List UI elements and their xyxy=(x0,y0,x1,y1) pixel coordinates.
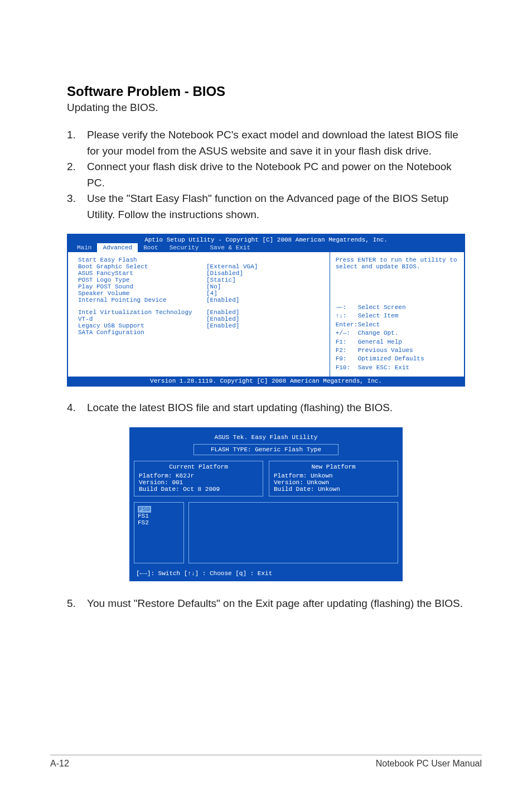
flash-footer-hints: [←→]: Switch [↑↓] : Choose [q] : Exit xyxy=(134,569,398,577)
bios-settings-panel: Start Easy Flash Boot Graphic Select[Ext… xyxy=(68,252,330,377)
bios-help-val: Select xyxy=(358,321,380,329)
bios-key: Intel Virtualization Technology xyxy=(78,309,206,316)
flash-volume-fs2[interactable]: FS2 xyxy=(138,519,180,526)
bios-key: Start Easy Flash xyxy=(78,257,206,263)
bios-row[interactable]: Speaker Volume[4] xyxy=(78,290,324,297)
bios-help-key: F10: xyxy=(336,364,358,372)
page-subheading: Updating the BIOS. xyxy=(67,102,465,114)
step-number: 2. xyxy=(67,159,87,191)
flash-volume-list[interactable]: FS0 FS1 FS2 xyxy=(134,502,184,563)
bios-row[interactable]: VT-d[Enabled] xyxy=(78,316,324,322)
bios-setup-utility: Aptio Setup Utility - Copyright [C] 2008… xyxy=(67,234,465,387)
bios-help-row: F10:Save ESC: Exit xyxy=(336,364,458,372)
bios-help-key: F9: xyxy=(336,355,358,363)
bios-key: VT-d xyxy=(78,316,206,322)
bios-footer: Version 1.28.1119. Copyright [C] 2008 Am… xyxy=(68,377,464,385)
step-4: 4. Locate the latest BIOS file and start… xyxy=(67,400,465,416)
bios-key: Boot Graphic Select xyxy=(78,263,206,270)
tab-save-exit[interactable]: Save & Exit xyxy=(204,243,256,252)
bios-key: Legacy USB Support xyxy=(78,322,206,329)
bios-help-description: Press ENTER to run the utility to select… xyxy=(336,257,458,270)
steps-list-3: 5. You must "Restore Defaults" on the Ex… xyxy=(67,596,465,612)
page-heading: Software Problem - BIOS xyxy=(67,84,465,99)
bios-help-val: Change Opt. xyxy=(358,329,399,337)
bios-key: Internal Pointing Device xyxy=(78,297,206,303)
bios-help-val: Previous Values xyxy=(358,346,413,355)
flash-file-view[interactable] xyxy=(188,502,398,563)
bios-help-val: General Help xyxy=(358,338,402,346)
step-5: 5. You must "Restore Defaults" on the Ex… xyxy=(67,596,465,612)
bios-row[interactable]: Intel Virtualization Technology[Enabled] xyxy=(78,309,324,316)
bios-val: [4] xyxy=(206,290,217,297)
bios-val: [Enabled] xyxy=(206,316,239,322)
bios-val: [External VGA] xyxy=(206,263,258,270)
bios-help-row: Enter:Select xyxy=(336,321,458,329)
easy-flash-utility: ASUS Tek. Easy Flash Utility FLASH TYPE:… xyxy=(129,427,403,581)
bios-help-row: F1:General Help xyxy=(336,338,458,346)
new-platform-panel: New Platform Platform: Unkown Version: U… xyxy=(269,461,398,496)
bios-help-row: +/—:Change Opt. xyxy=(336,329,458,337)
bios-help-row: F9:Optimized Defaults xyxy=(336,355,458,363)
bios-help-key: F2: xyxy=(336,346,358,355)
tab-security[interactable]: Security xyxy=(164,243,205,252)
tab-main[interactable]: Main xyxy=(71,243,97,252)
step-number: 1. xyxy=(67,127,87,159)
bios-help-key: F1: xyxy=(336,338,358,346)
bios-help-row: F2:Previous Values xyxy=(336,346,458,355)
bios-help-val: Select Screen xyxy=(358,303,406,312)
bios-help-val: Save ESC: Exit xyxy=(358,364,409,372)
bios-help-val: Optimized Defaults xyxy=(358,355,424,363)
step-number: 4. xyxy=(67,400,87,416)
bios-help-row: ↑↓:Select Item xyxy=(336,312,458,320)
bios-row[interactable]: ASUS FancyStart[Disabled] xyxy=(78,270,324,277)
bios-val: [Enabled] xyxy=(206,322,239,329)
tab-advanced[interactable]: Advanced xyxy=(97,243,138,252)
step-text: Connect your flash disk drive to the Not… xyxy=(87,159,465,191)
bios-help-key: ↑↓: xyxy=(336,312,358,320)
bios-row[interactable]: Start Easy Flash xyxy=(78,257,324,263)
bios-key: Speaker Volume xyxy=(78,290,206,297)
bios-key: SATA Configuration xyxy=(78,329,206,336)
current-platform-build: Build Date: Oct 8 2009 xyxy=(139,486,258,493)
current-platform-panel: Current Platform Platform: K62Jr Version… xyxy=(134,461,263,496)
page-footer: A-12 Notebook PC User Manual xyxy=(50,755,482,769)
step-text: Please verify the Notebook PC's exact mo… xyxy=(87,127,465,159)
current-platform-name: Platform: K62Jr xyxy=(139,472,258,479)
flash-title: ASUS Tek. Easy Flash Utility xyxy=(134,432,398,444)
bios-help-panel: Press ENTER to run the utility to select… xyxy=(330,252,464,377)
flash-type: FLASH TYPE: Generic Flash Type xyxy=(194,444,339,455)
current-platform-version: Version: 001 xyxy=(139,479,258,486)
tab-boot[interactable]: Boot xyxy=(138,243,163,252)
current-platform-title: Current Platform xyxy=(139,464,258,470)
step-text: Locate the latest BIOS file and start up… xyxy=(87,400,465,416)
bios-row[interactable]: Boot Graphic Select[External VGA] xyxy=(78,263,324,270)
bios-header: Aptio Setup Utility - Copyright [C] 2008… xyxy=(68,235,464,243)
new-platform-name: Platform: Unkown xyxy=(274,472,393,479)
bios-help-row: →←:Select Screen xyxy=(336,303,458,312)
steps-list-1: 1. Please verify the Notebook PC's exact… xyxy=(67,127,465,223)
new-platform-title: New Platform xyxy=(274,464,393,470)
step-text: Use the "Start Easy Flash" function on t… xyxy=(87,191,465,223)
new-platform-build: Build Date: Unkown xyxy=(274,486,393,493)
bios-help-key: →←: xyxy=(336,303,358,312)
bios-help-key: Enter: xyxy=(336,321,358,329)
bios-val: [No] xyxy=(206,283,221,290)
step-1: 1. Please verify the Notebook PC's exact… xyxy=(67,127,465,159)
steps-list-2: 4. Locate the latest BIOS file and start… xyxy=(67,400,465,416)
bios-row[interactable]: Legacy USB Support[Enabled] xyxy=(78,322,324,329)
bios-tabs: Main Advanced Boot Security Save & Exit xyxy=(68,243,464,252)
step-3: 3. Use the "Start Easy Flash" function o… xyxy=(67,191,465,223)
bios-row[interactable]: POST Logo Type[Static] xyxy=(78,277,324,283)
bios-row[interactable]: Play POST Sound[No] xyxy=(78,283,324,290)
bios-key: ASUS FancyStart xyxy=(78,270,206,277)
flash-volume-fs0[interactable]: FS0 xyxy=(138,506,151,513)
flash-volume-fs1[interactable]: FS1 xyxy=(138,513,180,519)
bios-row[interactable]: SATA Configuration xyxy=(78,329,324,336)
bios-help-key: +/—: xyxy=(336,329,358,337)
bios-key: POST Logo Type xyxy=(78,277,206,283)
bios-key: Play POST Sound xyxy=(78,283,206,290)
bios-row[interactable]: Internal Pointing Device[Enabled] xyxy=(78,297,324,303)
step-number: 5. xyxy=(67,596,87,612)
step-number: 3. xyxy=(67,191,87,223)
bios-val: [Static] xyxy=(206,277,236,283)
